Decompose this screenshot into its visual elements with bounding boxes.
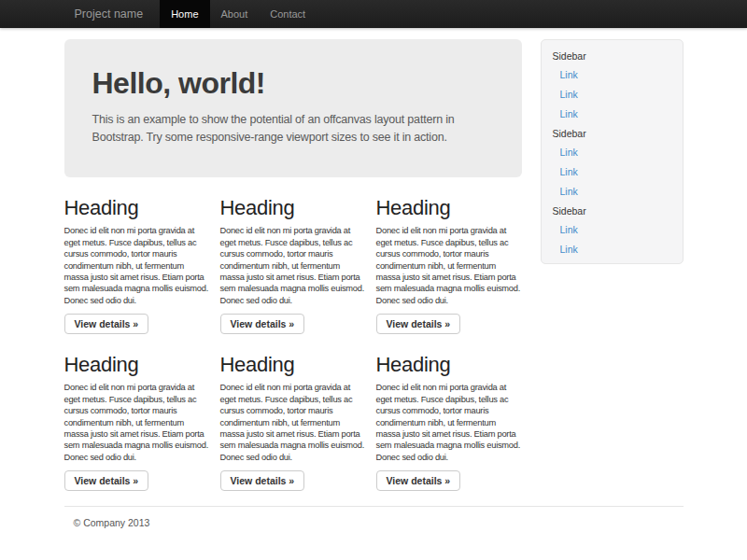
main-column: Hello, world! This is an example to show… <box>64 28 522 491</box>
navbar-menu: Home About Contact <box>160 0 317 28</box>
card-heading: Heading <box>64 353 210 376</box>
card-heading: Heading <box>220 353 366 376</box>
card-2: Heading Donec id elit non mi porta gravi… <box>220 177 366 334</box>
card-body-text: Donec id elit non mi porta gravida at eg… <box>376 382 522 463</box>
sidebar-section-title-3: Sidebar <box>542 202 683 220</box>
navbar-brand[interactable]: Project name <box>64 0 155 28</box>
card-1: Heading Donec id elit non mi porta gravi… <box>64 177 210 334</box>
card-body-text: Donec id elit non mi porta gravida at eg… <box>376 225 522 306</box>
nav-item-contact[interactable]: Contact <box>259 0 317 28</box>
sidebar-section-title-2: Sidebar <box>542 124 683 143</box>
jumbotron: Hello, world! This is an example to show… <box>64 39 522 177</box>
card-heading: Heading <box>220 196 366 219</box>
view-details-button[interactable]: View details » <box>64 314 149 334</box>
sidebar-link[interactable]: Link <box>542 240 683 259</box>
page-title: Hello, world! <box>92 66 494 101</box>
navbar-container: Project name Home About Contact <box>64 0 684 28</box>
sidebar-column: Sidebar Link Link Link Sidebar Link Link… <box>541 28 684 491</box>
page-footer: © Company 2013 <box>64 506 684 528</box>
sidebar-link[interactable]: Link <box>542 182 683 202</box>
footer-divider <box>64 506 684 507</box>
sidebar-link[interactable]: Link <box>542 220 683 240</box>
view-details-button[interactable]: View details » <box>220 470 305 491</box>
card-6: Heading Donec id elit non mi porta gravi… <box>376 334 522 491</box>
view-details-button[interactable]: View details » <box>376 314 461 334</box>
sidebar-panel: Sidebar Link Link Link Sidebar Link Link… <box>541 39 684 264</box>
page-container: Hello, world! This is an example to show… <box>64 28 684 528</box>
view-details-button[interactable]: View details » <box>220 314 305 334</box>
view-details-button[interactable]: View details » <box>64 470 149 491</box>
card-heading: Heading <box>376 196 522 219</box>
card-heading: Heading <box>376 353 522 376</box>
jumbotron-description: This is an example to show the potential… <box>92 111 490 147</box>
sidebar-link[interactable]: Link <box>542 85 683 105</box>
card-body-text: Donec id elit non mi porta gravida at eg… <box>220 382 366 463</box>
card-4: Heading Donec id elit non mi porta gravi… <box>64 334 210 491</box>
nav-item-about[interactable]: About <box>210 0 260 28</box>
card-heading: Heading <box>64 196 210 219</box>
content-row: Hello, world! This is an example to show… <box>64 28 684 491</box>
nav-item-home[interactable]: Home <box>160 0 209 28</box>
sidebar-link[interactable]: Link <box>542 162 683 182</box>
card-body-text: Donec id elit non mi porta gravida at eg… <box>220 225 366 306</box>
card-5: Heading Donec id elit non mi porta gravi… <box>220 334 366 491</box>
card-3: Heading Donec id elit non mi porta gravi… <box>376 177 522 334</box>
sidebar-section-title-1: Sidebar <box>542 47 683 65</box>
card-grid: Heading Donec id elit non mi porta gravi… <box>64 177 522 491</box>
sidebar-link[interactable]: Link <box>542 65 683 85</box>
card-body-text: Donec id elit non mi porta gravida at eg… <box>64 225 210 306</box>
sidebar-link[interactable]: Link <box>542 105 683 124</box>
sidebar-link[interactable]: Link <box>542 143 683 162</box>
view-details-button[interactable]: View details » <box>376 470 461 491</box>
card-body-text: Donec id elit non mi porta gravida at eg… <box>64 382 210 463</box>
top-navbar: Project name Home About Contact <box>0 0 747 28</box>
copyright-text: © Company 2013 <box>74 517 684 528</box>
